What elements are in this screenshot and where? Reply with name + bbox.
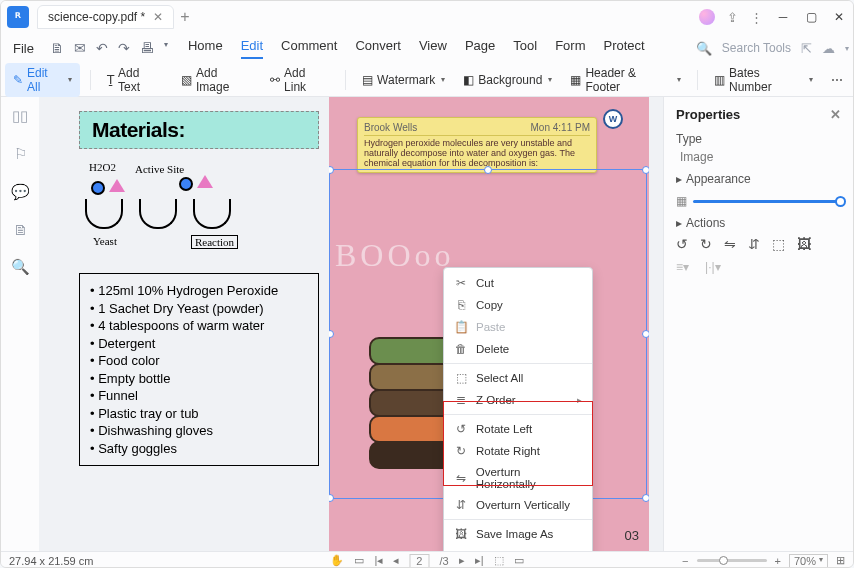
resize-handle[interactable] [329, 166, 334, 174]
flip-v-action[interactable]: ⇵ [748, 236, 760, 252]
search-icon[interactable]: 🔍 [696, 41, 712, 56]
delete-icon: 🗑 [454, 342, 468, 356]
ctx-overturn-v[interactable]: ⇵Overturn Vertically [444, 494, 592, 516]
word-export-icon[interactable]: W [603, 109, 623, 129]
thumbnails-icon[interactable]: ▯▯ [12, 107, 28, 125]
ctx-copy[interactable]: ⎘Copy [444, 294, 592, 316]
opacity-slider[interactable] [693, 200, 841, 203]
ctx-rotate-right[interactable]: ↻Rotate Right [444, 440, 592, 462]
kebab-menu-icon[interactable]: ⋮ [750, 10, 763, 25]
menu-convert[interactable]: Convert [355, 38, 401, 59]
flip-h-action[interactable]: ⇋ [724, 236, 736, 252]
edit-all-button[interactable]: ✎ Edit All ▾ [5, 63, 80, 97]
search-placeholder[interactable]: Search Tools [722, 41, 791, 55]
materials-list: • 125ml 10% Hydrogen Peroxide • 1 Sachet… [79, 273, 319, 466]
ctx-paste: 📋Paste [444, 316, 592, 338]
hand-tool-icon[interactable]: ✋ [330, 554, 344, 567]
resize-handle[interactable] [329, 330, 334, 338]
more-icon[interactable]: ▾ [164, 40, 168, 56]
ctx-delete[interactable]: 🗑Delete [444, 338, 592, 360]
appearance-section[interactable]: ▸ Appearance [676, 172, 841, 186]
ctx-overturn-h[interactable]: ⇋Overturn Horizontally [444, 462, 592, 494]
menu-page[interactable]: Page [465, 38, 495, 59]
add-link-button[interactable]: ⚯Add Link [264, 64, 335, 96]
crop-action[interactable]: ⬚ [772, 236, 785, 252]
zoom-value[interactable]: 70%▾ [789, 554, 828, 568]
ctx-z-order[interactable]: ≣Z Order▸ [444, 389, 592, 411]
attachment-icon[interactable]: 🗎 [13, 221, 28, 238]
rotate-right-action[interactable]: ↻ [700, 236, 712, 252]
align-left-action[interactable]: ≡▾ [676, 260, 689, 274]
comment-panel-icon[interactable]: 💬 [11, 183, 30, 201]
close-tab-icon[interactable]: ✕ [153, 10, 163, 24]
save-icon[interactable]: 🗎 [50, 40, 64, 56]
ctx-replace-image[interactable]: ⟲Replace Image [444, 545, 592, 551]
align-dist-action[interactable]: |·|▾ [705, 260, 721, 274]
first-page-icon[interactable]: |◂ [374, 554, 383, 567]
menu-comment[interactable]: Comment [281, 38, 337, 59]
scissors-icon: ✂ [454, 276, 468, 290]
watermark-button[interactable]: ▤Watermark▾ [356, 71, 451, 89]
menu-edit[interactable]: Edit [241, 38, 263, 59]
resize-handle[interactable] [642, 330, 649, 338]
ctx-save-image[interactable]: 🖼Save Image As [444, 523, 592, 545]
resize-handle[interactable] [642, 166, 649, 174]
maximize-button[interactable]: ▢ [803, 10, 819, 24]
fit-width-icon[interactable]: ⊞ [836, 554, 845, 567]
replace-action[interactable]: 🖼 [797, 236, 811, 252]
resize-handle[interactable] [484, 166, 492, 174]
canvas[interactable]: Materials: H2O2 Active Site Yeast Reacti… [39, 97, 663, 551]
resize-handle[interactable] [642, 494, 649, 502]
next-page-icon[interactable]: ▸ [459, 554, 465, 567]
menu-form[interactable]: Form [555, 38, 585, 59]
search-panel-icon[interactable]: 🔍 [11, 258, 30, 276]
zoom-thumb[interactable] [719, 556, 728, 565]
export-icon[interactable]: ⇱ [801, 41, 812, 56]
page-input[interactable]: 2 [409, 554, 429, 568]
resize-handle[interactable] [329, 494, 334, 502]
bookmark-icon[interactable]: ⚐ [14, 145, 27, 163]
redo-icon[interactable]: ↷ [118, 40, 130, 56]
last-page-icon[interactable]: ▸| [475, 554, 484, 567]
background-button[interactable]: ◧Background▾ [457, 71, 558, 89]
menu-tool[interactable]: Tool [513, 38, 537, 59]
read-mode-icon[interactable]: ▭ [514, 554, 524, 567]
print-icon[interactable]: 🖶 [140, 40, 154, 56]
cloud-sync-icon[interactable]: ☁ [822, 41, 835, 56]
left-rail: ▯▯ ⚐ 💬 🗎 🔍 [1, 97, 39, 551]
slider-thumb[interactable] [835, 196, 846, 207]
settings-caret-icon[interactable]: ▾ [845, 44, 849, 53]
select-tool-icon[interactable]: ▭ [354, 554, 364, 567]
file-menu[interactable]: File [5, 39, 42, 58]
fit-page-icon[interactable]: ⬚ [494, 554, 504, 567]
mail-icon[interactable]: ✉ [74, 40, 86, 56]
close-panel-icon[interactable]: ✕ [830, 107, 841, 122]
prev-page-icon[interactable]: ◂ [393, 554, 399, 567]
overflow-button[interactable]: ⋯ [825, 71, 849, 89]
menu-home[interactable]: Home [188, 38, 223, 59]
add-image-button[interactable]: ▧Add Image [175, 64, 258, 96]
menu-protect[interactable]: Protect [603, 38, 644, 59]
ctx-cut[interactable]: ✂Cut [444, 272, 592, 294]
header-footer-button[interactable]: ▦Header & Footer▾ [564, 64, 687, 96]
zoom-in-icon[interactable]: + [775, 555, 781, 567]
account-avatar-icon[interactable] [699, 9, 715, 25]
ctx-rotate-left[interactable]: ↺Rotate Left [444, 418, 592, 440]
bates-button[interactable]: ▥Bates Number▾ [708, 64, 819, 96]
bates-icon: ▥ [714, 73, 725, 87]
menu-view[interactable]: View [419, 38, 447, 59]
share-icon[interactable]: ⇪ [727, 10, 738, 25]
sticky-note[interactable]: Brook Wells Mon 4:11 PM Hydrogen peroxid… [357, 117, 597, 173]
label-active: Active Site [135, 163, 184, 175]
actions-section[interactable]: ▸ Actions [676, 216, 841, 230]
rotate-left-action[interactable]: ↺ [676, 236, 688, 252]
ctx-select-all[interactable]: ⬚Select All [444, 367, 592, 389]
new-tab-button[interactable]: + [180, 8, 189, 26]
minimize-button[interactable]: ─ [775, 10, 791, 24]
add-text-button[interactable]: ṮAdd Text [101, 64, 169, 96]
zoom-slider[interactable] [697, 559, 767, 562]
undo-icon[interactable]: ↶ [96, 40, 108, 56]
document-tab[interactable]: science-copy.pdf * ✕ [37, 5, 174, 29]
zoom-out-icon[interactable]: − [682, 555, 688, 567]
close-window-button[interactable]: ✕ [831, 10, 847, 24]
